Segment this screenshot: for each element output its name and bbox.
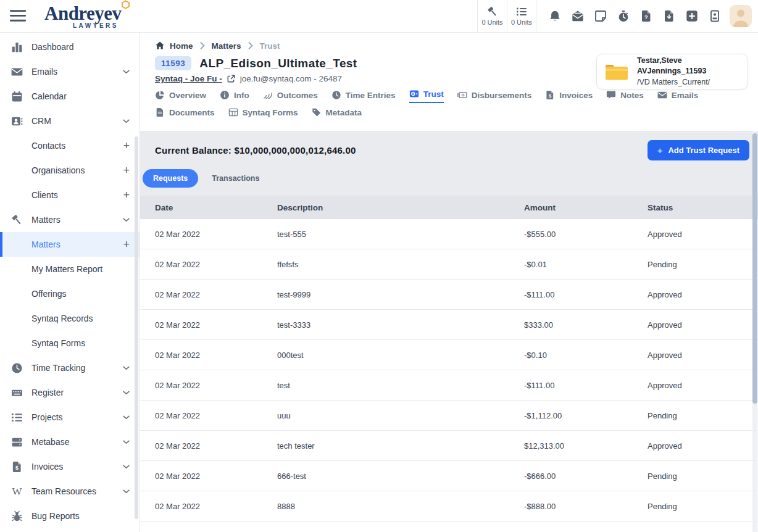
tab-label: Syntaq Forms: [243, 108, 298, 117]
tab-notes[interactable]: Notes: [606, 90, 644, 103]
sidebar-item-my-matters-report[interactable]: My Matters Report: [0, 257, 140, 281]
table-row[interactable]: 02 Mar 2022 8888 -$888.00 Pending: [140, 491, 758, 522]
sidebar-item-time-tracking[interactable]: Time Tracking: [0, 355, 140, 380]
cell-amount: $12,313.00: [524, 441, 648, 451]
sidebar-item-projects[interactable]: Projects: [0, 405, 140, 430]
tab-time-entries[interactable]: Time Entries: [331, 90, 396, 103]
add-trust-request-button[interactable]: + Add Trust Request: [648, 140, 749, 160]
tab-info[interactable]: Info: [220, 90, 249, 103]
table-row[interactable]: 02 Mar 2022 666-test -$666.00 Pending: [140, 461, 758, 491]
cell-date: 02 Mar 2022: [140, 351, 277, 360]
column-header-status[interactable]: Status: [648, 203, 758, 212]
tab-trust[interactable]: Trust: [409, 89, 444, 103]
column-header-description[interactable]: Description: [277, 203, 524, 212]
sidebar-item-syntaq-records[interactable]: Syntaq Records: [0, 306, 140, 331]
sidebar-item-clients[interactable]: Clients +: [0, 183, 140, 207]
hamburger-menu-icon[interactable]: [10, 10, 26, 22]
sidebar-item-label: Invoices: [31, 462, 114, 472]
sidebar-item-metabase[interactable]: Metabase: [0, 430, 140, 454]
table-row[interactable]: 02 Mar 2022 000test -$0.10 Approved: [140, 340, 758, 370]
plus-icon[interactable]: +: [123, 239, 130, 250]
file-download-icon[interactable]: [663, 10, 675, 22]
info-icon: [220, 90, 230, 100]
sidebar-item-organisations[interactable]: Organisations +: [0, 158, 140, 183]
subtab-requests[interactable]: Requests: [143, 169, 198, 188]
matter-units-counter[interactable]: 0 Units: [478, 0, 507, 32]
table-row[interactable]: 02 Mar 2022 test -$111.00 Approved: [140, 370, 758, 401]
tab-overview[interactable]: Overview: [155, 90, 206, 103]
table-row[interactable]: 02 Mar 2022 test-555 -$555.00 Approved: [140, 219, 758, 249]
sidebar-item-label: Matters: [31, 239, 114, 249]
app-logo[interactable]: Andreyev LAWYERS: [44, 4, 122, 29]
column-header-amount[interactable]: Amount: [524, 203, 648, 212]
note-icon[interactable]: [594, 10, 607, 22]
chevron-down-icon: [123, 465, 130, 469]
sidebar-item-register[interactable]: Register: [0, 380, 140, 405]
requests-table-header: Date Description Amount Status: [140, 196, 758, 219]
table-row[interactable]: 02 Mar 2022 999-test -$1,000.00 Pending: [140, 522, 758, 532]
document-folder-card[interactable]: Testar,Steve AVJennings_11593 /VD Matter…: [596, 54, 748, 89]
main-scrollbar-thumb[interactable]: [752, 133, 757, 404]
stopwatch-icon[interactable]: [617, 10, 630, 22]
plus-icon: +: [657, 146, 663, 155]
file-question-icon[interactable]: ?: [640, 10, 652, 22]
tab-documents[interactable]: Documents: [155, 107, 215, 120]
sidebar-item-matters[interactable]: Matters +: [0, 232, 140, 257]
tab-syntaq-forms[interactable]: Syntaq Forms: [228, 107, 298, 120]
clock-icon: [11, 362, 23, 374]
sidebar-item-syntaq-forms[interactable]: Syntaq Forms: [0, 331, 140, 355]
chevron-down-icon: [123, 366, 130, 370]
topbar-icon-row: ?: [549, 10, 721, 22]
table-row[interactable]: 02 Mar 2022 ffefsfs -$0.01 Pending: [140, 249, 758, 280]
breadcrumb-home[interactable]: Home: [155, 41, 193, 51]
tab-outcomes[interactable]: Outcomes: [263, 90, 318, 103]
sidebar-item-crm[interactable]: CRM: [0, 109, 140, 133]
cell-date: 02 Mar 2022: [140, 472, 277, 481]
table-row[interactable]: 02 Mar 2022 uuu -$1,112.00 Pending: [140, 401, 758, 431]
plus-square-icon[interactable]: [686, 10, 698, 22]
tab-emails[interactable]: Emails: [657, 90, 699, 103]
sidebar-item-label: Bug Reports: [31, 511, 130, 521]
cell-description: 8888: [277, 502, 524, 511]
sidebar-scrollbar[interactable]: [135, 136, 138, 519]
sidebar-item-offerings[interactable]: Offerings: [0, 281, 140, 306]
main-scrollbar-track[interactable]: [752, 131, 757, 532]
client-link[interactable]: Syntaq - Joe Fu -: [155, 74, 222, 83]
bug-icon: [11, 510, 23, 522]
cell-date: 02 Mar 2022: [140, 502, 277, 511]
sidebar-item-label: My Matters Report: [31, 264, 130, 274]
sidebar-item-matters-group[interactable]: Matters: [0, 207, 140, 232]
table-row[interactable]: 02 Mar 2022 tech tester $12,313.00 Appro…: [140, 431, 758, 461]
sidebar-item-calendar[interactable]: Calendar: [0, 84, 140, 109]
sidebar-item-label: Dashboard: [31, 42, 130, 52]
column-header-date[interactable]: Date: [140, 203, 277, 212]
cell-status: Pending: [648, 472, 758, 481]
sidebar-item-emails[interactable]: Emails: [0, 59, 140, 84]
mail-open-icon[interactable]: [572, 10, 584, 22]
units-label: 0 Units: [511, 19, 532, 26]
user-avatar[interactable]: [730, 5, 752, 27]
chevron-down-icon: [123, 415, 130, 420]
sidebar-item-bug-reports[interactable]: Bug Reports: [0, 504, 140, 528]
sidebar-item-team-resources[interactable]: W Team Resources: [0, 479, 140, 504]
tab-invoices[interactable]: $ Invoices: [545, 90, 593, 103]
sidebar-item-contacts[interactable]: Contacts +: [0, 133, 140, 158]
subtab-transactions[interactable]: Transactions: [212, 174, 259, 183]
plus-icon[interactable]: +: [123, 140, 130, 151]
sidebar-item-dashboard[interactable]: Dashboard: [0, 35, 140, 59]
document-icon: [155, 107, 165, 117]
bell-icon[interactable]: [549, 10, 561, 22]
cell-description: test-9999: [277, 290, 524, 299]
task-units-counter[interactable]: 0 Units: [507, 0, 536, 32]
plus-icon[interactable]: +: [123, 165, 130, 176]
breadcrumb-matters[interactable]: Matters: [212, 41, 241, 51]
table-row[interactable]: 02 Mar 2022 test-9999 -$111.00 Approved: [140, 280, 758, 310]
external-link-icon[interactable]: [227, 75, 235, 83]
sidebar-item-invoices[interactable]: $ Invoices: [0, 454, 140, 479]
table-row[interactable]: 02 Mar 2022 test-3333 $333.00 Approved: [140, 310, 758, 340]
tab-label: Metadata: [326, 108, 362, 117]
tab-disbursements[interactable]: Disbursements: [457, 90, 532, 103]
plus-icon[interactable]: +: [123, 189, 130, 201]
id-badge-icon[interactable]: [709, 10, 721, 22]
tab-metadata[interactable]: Metadata: [312, 107, 362, 120]
